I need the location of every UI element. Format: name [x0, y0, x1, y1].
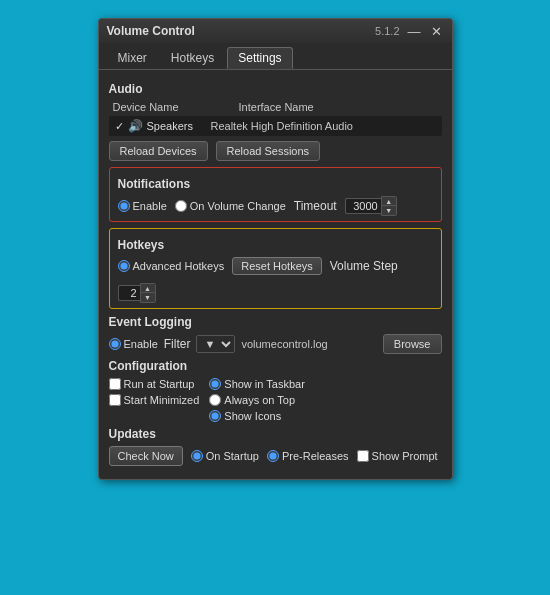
title-bar-right: 5.1.2 — ✕: [375, 25, 443, 38]
audio-section-label: Audio: [109, 82, 442, 96]
advanced-hotkeys-item[interactable]: Advanced Hotkeys: [118, 260, 225, 272]
updates-label: Updates: [109, 427, 442, 441]
pre-releases-radio[interactable]: [267, 450, 279, 462]
main-window: Volume Control 5.1.2 — ✕ Mixer Hotkeys S…: [98, 18, 453, 480]
timeout-label: Timeout: [294, 199, 337, 213]
reset-hotkeys-button[interactable]: Reset Hotkeys: [232, 257, 322, 275]
timeout-input[interactable]: [345, 198, 381, 214]
logging-enable-radio[interactable]: [109, 338, 121, 350]
notifications-on-volume[interactable]: On Volume Change: [175, 200, 286, 212]
tab-bar: Mixer Hotkeys Settings: [99, 43, 452, 70]
configuration-cols: Run at Startup Start Minimized Show in T…: [109, 378, 442, 422]
title-bar-left: Volume Control: [107, 24, 195, 38]
col-device-name: Device Name: [113, 101, 179, 113]
reload-devices-button[interactable]: Reload Devices: [109, 141, 208, 161]
device-buttons: Reload Devices Reload Sessions: [109, 141, 442, 161]
run-at-startup-item[interactable]: Run at Startup: [109, 378, 200, 390]
device-checkmark: ✓: [115, 120, 124, 133]
run-at-startup-checkbox[interactable]: [109, 378, 121, 390]
volume-step-input-group: ▲ ▼: [118, 283, 156, 303]
reload-sessions-button[interactable]: Reload Sessions: [216, 141, 321, 161]
show-in-taskbar-item[interactable]: Show in Taskbar: [209, 378, 305, 390]
notifications-volume-radio[interactable]: [175, 200, 187, 212]
show-in-taskbar-label: Show in Taskbar: [224, 378, 305, 390]
show-icons-label: Show Icons: [224, 410, 281, 422]
volume-step-down-button[interactable]: ▼: [141, 293, 155, 302]
notifications-enable[interactable]: Enable: [118, 200, 167, 212]
check-now-button[interactable]: Check Now: [109, 446, 183, 466]
pre-releases-item[interactable]: Pre-Releases: [267, 450, 349, 462]
event-logging-section: Event Logging Enable Filter ▼ volumecont…: [109, 315, 442, 354]
volume-step-spinners: ▲ ▼: [140, 283, 156, 303]
start-minimized-checkbox[interactable]: [109, 394, 121, 406]
on-startup-label: On Startup: [206, 450, 259, 462]
device-name: Speakers: [147, 120, 207, 132]
device-row: ✓ 🔊 Speakers Realtek High Definition Aud…: [109, 116, 442, 136]
hotkeys-label: Hotkeys: [118, 238, 433, 252]
event-logging-row: Enable Filter ▼ volumecontrol.log Browse: [109, 334, 442, 354]
notifications-row: Enable On Volume Change Timeout ▲ ▼: [118, 196, 433, 216]
tab-mixer[interactable]: Mixer: [107, 47, 158, 69]
configuration-section: Configuration Run at Startup Start Minim…: [109, 359, 442, 422]
always-on-top-item[interactable]: Always on Top: [209, 394, 305, 406]
browse-button[interactable]: Browse: [383, 334, 442, 354]
col-interface-name: Interface Name: [239, 101, 314, 113]
speaker-icon: 🔊: [128, 119, 143, 133]
show-in-taskbar-radio[interactable]: [209, 378, 221, 390]
volume-step-label: Volume Step: [330, 259, 398, 273]
version-label: 5.1.2: [375, 25, 399, 37]
filter-label: Filter: [164, 337, 191, 351]
logging-enable-item[interactable]: Enable: [109, 338, 158, 350]
tab-hotkeys[interactable]: Hotkeys: [160, 47, 225, 69]
hotkeys-section: Hotkeys Advanced Hotkeys Reset Hotkeys V…: [109, 228, 442, 309]
volume-step-input[interactable]: [118, 285, 140, 301]
advanced-hotkeys-radio[interactable]: [118, 260, 130, 272]
start-minimized-label: Start Minimized: [124, 394, 200, 406]
tab-settings[interactable]: Settings: [227, 47, 292, 69]
show-prompt-item[interactable]: Show Prompt: [357, 450, 438, 462]
volume-step-up-button[interactable]: ▲: [141, 284, 155, 293]
logging-enable-label: Enable: [124, 338, 158, 350]
pre-releases-label: Pre-Releases: [282, 450, 349, 462]
updates-row: Check Now On Startup Pre-Releases Show P…: [109, 446, 442, 466]
log-path: volumecontrol.log: [241, 338, 376, 350]
run-at-startup-label: Run at Startup: [124, 378, 195, 390]
on-startup-radio[interactable]: [191, 450, 203, 462]
notifications-enable-label: Enable: [133, 200, 167, 212]
filter-select[interactable]: ▼: [196, 335, 235, 353]
configuration-label: Configuration: [109, 359, 442, 373]
show-icons-radio[interactable]: [209, 410, 221, 422]
updates-section: Updates Check Now On Startup Pre-Release…: [109, 427, 442, 466]
hotkeys-row: Advanced Hotkeys Reset Hotkeys Volume St…: [118, 257, 433, 303]
notifications-volume-label: On Volume Change: [190, 200, 286, 212]
config-col-left: Run at Startup Start Minimized: [109, 378, 200, 422]
audio-section: Audio Device Name Interface Name ✓ 🔊 Spe…: [109, 82, 442, 161]
timeout-spinners: ▲ ▼: [381, 196, 397, 216]
notifications-label: Notifications: [118, 177, 433, 191]
interface-name: Realtek High Definition Audio: [211, 120, 353, 132]
timeout-up-button[interactable]: ▲: [382, 197, 396, 206]
timeout-input-group: ▲ ▼: [345, 196, 397, 216]
minimize-button[interactable]: —: [406, 25, 423, 38]
window-title: Volume Control: [107, 24, 195, 38]
device-header: Device Name Interface Name: [109, 101, 442, 113]
show-prompt-label: Show Prompt: [372, 450, 438, 462]
timeout-down-button[interactable]: ▼: [382, 206, 396, 215]
config-col-right: Show in Taskbar Always on Top Show Icons: [209, 378, 305, 422]
notifications-enable-radio[interactable]: [118, 200, 130, 212]
start-minimized-item[interactable]: Start Minimized: [109, 394, 200, 406]
on-startup-item[interactable]: On Startup: [191, 450, 259, 462]
notifications-section: Notifications Enable On Volume Change Ti…: [109, 167, 442, 222]
close-button[interactable]: ✕: [429, 25, 444, 38]
advanced-hotkeys-label: Advanced Hotkeys: [133, 260, 225, 272]
event-logging-label: Event Logging: [109, 315, 442, 329]
show-icons-item[interactable]: Show Icons: [209, 410, 305, 422]
always-on-top-label: Always on Top: [224, 394, 295, 406]
settings-content: Audio Device Name Interface Name ✓ 🔊 Spe…: [99, 70, 452, 479]
title-bar: Volume Control 5.1.2 — ✕: [99, 19, 452, 43]
always-on-top-radio[interactable]: [209, 394, 221, 406]
show-prompt-checkbox[interactable]: [357, 450, 369, 462]
